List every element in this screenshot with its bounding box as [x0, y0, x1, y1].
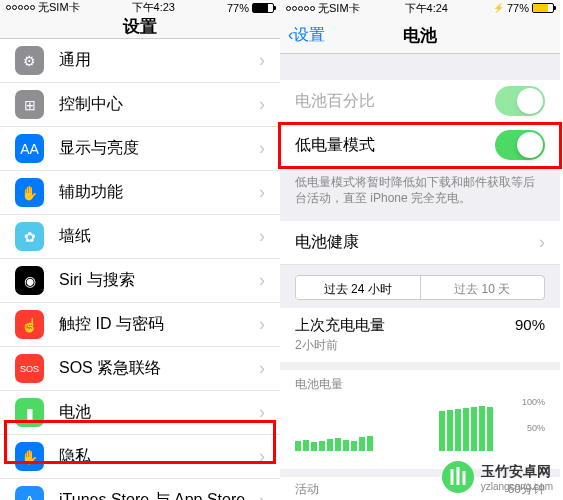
settings-row[interactable]: ⊞控制中心› — [0, 83, 280, 127]
settings-row[interactable]: ⚙通用› — [0, 39, 280, 83]
battery-health-row[interactable]: 电池健康 › — [280, 221, 560, 265]
battery-percent: 77% — [227, 2, 249, 14]
chevron-right-icon: › — [259, 94, 265, 115]
chevron-right-icon: › — [259, 402, 265, 423]
time-label: 下午4:23 — [132, 0, 175, 15]
nav-bar: ‹ 设置 电池 — [280, 17, 560, 54]
toggle-switch[interactable] — [495, 86, 545, 116]
settings-row[interactable]: ▮电池› — [0, 391, 280, 435]
battery-percentage-row[interactable]: 电池百分比 — [280, 80, 560, 124]
battery-icon — [532, 3, 554, 13]
chevron-right-icon: › — [259, 50, 265, 71]
row-icon: ⚙ — [15, 46, 44, 75]
row-icon: ☝ — [15, 310, 44, 339]
chevron-right-icon: › — [539, 232, 545, 253]
chevron-right-icon: › — [259, 270, 265, 291]
row-icon: AA — [15, 134, 44, 163]
signal-dots — [286, 6, 315, 11]
settings-screen: 无SIM卡 下午4:23 77% 设置 ⚙通用›⊞控制中心›AA显示与亮度›✋辅… — [0, 0, 280, 500]
row-icon: ✋ — [15, 178, 44, 207]
chevron-right-icon: › — [259, 314, 265, 335]
settings-row[interactable]: AA显示与亮度› — [0, 127, 280, 171]
row-icon: ✿ — [15, 222, 44, 251]
low-power-mode-row[interactable]: 低电量模式 — [280, 124, 560, 168]
settings-row[interactable]: SOSSOS 紧急联络› — [0, 347, 280, 391]
row-icon: SOS — [15, 354, 44, 383]
time-label: 下午4:24 — [405, 1, 448, 16]
row-icon: ▮ — [15, 398, 44, 427]
chevron-right-icon: › — [259, 138, 265, 159]
watermark: 玉竹安卓网 yzlangcang.com — [440, 459, 553, 495]
chevron-right-icon: › — [259, 226, 265, 247]
battery-icon — [252, 3, 274, 13]
row-icon: ◉ — [15, 266, 44, 295]
segment-24h[interactable]: 过去 24 小时 — [296, 276, 421, 299]
settings-row[interactable]: ☝触控 ID 与密码› — [0, 303, 280, 347]
settings-list: ⚙通用›⊞控制中心›AA显示与亮度›✋辅助功能›✿墙纸›◉Siri 与搜索›☝触… — [0, 39, 280, 479]
row-icon: ✋ — [15, 442, 44, 471]
settings-row[interactable]: ✋辅助功能› — [0, 171, 280, 215]
settings-row[interactable]: ◉Siri 与搜索› — [0, 259, 280, 303]
row-icon: A — [15, 486, 44, 500]
page-title: 电池 — [403, 24, 437, 47]
segment-10d[interactable]: 过去 10 天 — [421, 276, 545, 299]
settings-list-2: AiTunes Store 与 App Store›▭钱包与 Apple Pay… — [0, 479, 280, 500]
settings-row[interactable]: AiTunes Store 与 App Store› — [0, 479, 280, 500]
nav-bar: 设置 — [0, 15, 280, 39]
charging-icon: ⚡ — [493, 3, 504, 13]
status-bar: 无SIM卡 下午4:24 ⚡ 77% — [280, 0, 560, 17]
chevron-right-icon: › — [259, 182, 265, 203]
chevron-right-icon: › — [259, 358, 265, 379]
toggle-switch[interactable] — [495, 130, 545, 160]
last-charge-section: 上次充电电量 90% 2小时前 — [280, 308, 560, 362]
low-power-description: 低电量模式将暂时降低如下载和邮件获取等后台活动，直至 iPhone 完全充电。 — [280, 168, 560, 214]
signal-dots — [6, 5, 35, 10]
settings-row[interactable]: ✋隐私› — [0, 435, 280, 479]
time-range-segment[interactable]: 过去 24 小时 过去 10 天 — [295, 275, 545, 300]
battery-options: 电池百分比 低电量模式 — [280, 80, 560, 168]
battery-screen: 无SIM卡 下午4:24 ⚡ 77% ‹ 设置 电池 电池百分比 低电量模式 低… — [280, 0, 560, 500]
carrier-label: 无SIM卡 — [318, 1, 360, 16]
chevron-right-icon: › — [259, 490, 265, 500]
status-bar: 无SIM卡 下午4:23 77% — [0, 0, 280, 15]
page-title: 设置 — [123, 15, 157, 38]
chevron-right-icon: › — [259, 446, 265, 467]
back-button[interactable]: ‹ 设置 — [288, 25, 325, 46]
row-icon: ⊞ — [15, 90, 44, 119]
battery-percent: 77% — [507, 2, 529, 14]
battery-level-chart: 电池电量 100% 50% — [280, 370, 560, 469]
carrier-label: 无SIM卡 — [38, 0, 80, 15]
settings-row[interactable]: ✿墙纸› — [0, 215, 280, 259]
